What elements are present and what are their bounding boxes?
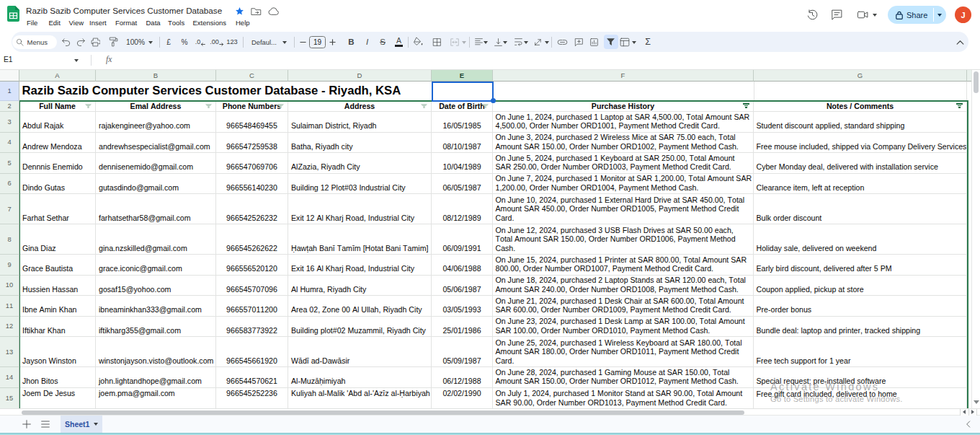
filter-applied-icon[interactable] bbox=[956, 103, 963, 108]
cell-dob[interactable]: 04/06/1988 bbox=[432, 255, 493, 276]
format-currency-button[interactable]: £ bbox=[164, 32, 174, 52]
cell-phone[interactable]: 966545661920 bbox=[216, 337, 288, 367]
cell-purchase-history[interactable]: On June 25, 2024, purchased 1 Wireless K… bbox=[493, 337, 754, 367]
redo-button[interactable] bbox=[75, 32, 86, 52]
create-filter-button[interactable] bbox=[605, 32, 618, 52]
cell-notes[interactable]: Holiday sale, delivered on weekend bbox=[754, 224, 967, 255]
column-header-d[interactable]: D bbox=[288, 70, 432, 82]
cell-address[interactable]: Building 12 Plot#03 Industrial City bbox=[288, 174, 432, 195]
cell-full-name[interactable]: Abdul Rajak bbox=[19, 112, 96, 133]
cell-address[interactable]: Sulaiman District, Riyadh bbox=[288, 112, 432, 133]
zoom-control[interactable]: 100% bbox=[125, 32, 146, 52]
cell-dob[interactable]: 16/05/1985 bbox=[432, 112, 493, 133]
decrease-font-size-button[interactable] bbox=[298, 32, 307, 52]
name-box-caret-icon[interactable] bbox=[74, 59, 79, 62]
cell-dob[interactable]: 06/12/1988 bbox=[432, 367, 493, 388]
cell-notes[interactable]: Cyber Monday deal, delivered with instal… bbox=[754, 153, 967, 174]
increase-decimals-button[interactable]: .00 bbox=[210, 32, 224, 52]
row-header-2[interactable]: 2 bbox=[0, 101, 19, 113]
paint-format-icon[interactable] bbox=[107, 32, 120, 52]
row-header[interactable]: 13 bbox=[0, 337, 19, 367]
strikethrough-button[interactable]: S bbox=[377, 32, 388, 52]
header-cell-address[interactable]: Address bbox=[288, 101, 432, 113]
cell-phone[interactable]: 966556520120 bbox=[216, 255, 288, 276]
insert-comment-button[interactable] bbox=[573, 32, 585, 52]
cell-address[interactable]: Area 02, Zone 00 Al Ullah, Riyadh City bbox=[288, 296, 432, 317]
column-header-b[interactable]: B bbox=[96, 70, 216, 82]
cell-purchase-history[interactable]: On June 18, 2024, purchased 2 Laptop Sta… bbox=[493, 276, 754, 296]
row-header[interactable]: 15 bbox=[0, 388, 19, 409]
sheet-tab-sheet1[interactable]: Sheet1 bbox=[61, 416, 102, 433]
cell-full-name[interactable]: Jayson Winston bbox=[19, 337, 96, 367]
cell-email[interactable]: rajakengineer@yahoo.com bbox=[96, 112, 216, 133]
cell-notes[interactable]: Coupon applied, pickup at store bbox=[754, 276, 967, 296]
cell-purchase-history[interactable]: On June 23, 2024, purchased 1 Desk Lamp … bbox=[493, 317, 754, 338]
cell-purchase-history[interactable]: On June 12, 2024, purchased 3 USB Flash … bbox=[493, 224, 754, 255]
column-header-c[interactable]: C bbox=[216, 70, 288, 82]
cell-full-name[interactable]: Joem De Jesus bbox=[19, 388, 96, 409]
row-header[interactable]: 12 bbox=[0, 317, 19, 338]
cell-purchase-history[interactable]: On July 1, 2024, purchased 1 Monitor Sta… bbox=[493, 388, 754, 409]
cell-dob[interactable]: 25/01/1986 bbox=[432, 317, 493, 338]
cell-purchase-history[interactable]: On June 15, 2024, purchased 1 Printer at… bbox=[493, 255, 754, 276]
cell-email[interactable]: iftikharg355@gmail.com bbox=[96, 317, 216, 338]
print-icon[interactable] bbox=[90, 32, 102, 52]
cell-notes[interactable]: Early bird discount, delivered after 5 P… bbox=[754, 255, 967, 276]
row-header[interactable]: 9 bbox=[0, 255, 19, 276]
cell-full-name[interactable]: Dindo Gutas bbox=[19, 174, 96, 195]
decrease-decimals-button[interactable]: .0 bbox=[194, 32, 207, 52]
header-cell-full-name[interactable]: Full Name bbox=[19, 101, 96, 113]
cell-notes[interactable]: Free tech support for 1 year bbox=[754, 337, 967, 367]
cell-purchase-history[interactable]: On June 21, 2024, purchased 1 Desk Chair… bbox=[493, 296, 754, 317]
cell-purchase-history[interactable]: On June 1, 2024, purchased 1 Laptop at S… bbox=[493, 112, 754, 133]
collapse-toolbar-button[interactable] bbox=[953, 32, 967, 52]
filter-button-icon[interactable] bbox=[85, 104, 92, 108]
italic-button[interactable]: I bbox=[362, 32, 373, 52]
cell-email[interactable]: john.lightandhope@gmail.com bbox=[96, 367, 216, 388]
cell-purchase-history[interactable]: On June 10, 2024, purchased 1 External H… bbox=[493, 194, 754, 224]
cell-dob[interactable]: 05/06/1987 bbox=[432, 276, 493, 296]
row-header[interactable]: 14 bbox=[0, 367, 19, 388]
cell-full-name[interactable]: Dennnis Enemido bbox=[19, 153, 96, 174]
cell-purchase-history[interactable]: On June 5, 2024, purchased 1 Keyboard at… bbox=[493, 153, 754, 174]
cell-purchase-history[interactable]: On June 3, 2024, purchased 2 Wireless Mi… bbox=[493, 133, 754, 154]
header-cell-purchase-history[interactable]: Purchase History bbox=[493, 101, 754, 113]
cell-notes[interactable]: Clearance item, left at reception bbox=[754, 174, 967, 195]
filter-button-icon[interactable] bbox=[277, 104, 284, 108]
cell-phone[interactable]: 966556140230 bbox=[216, 174, 288, 195]
cell-purchase-history[interactable]: On June 7, 2024, purchased 1 Monitor at … bbox=[493, 174, 754, 195]
cell-phone[interactable]: 966557011200 bbox=[216, 296, 288, 317]
cell-full-name[interactable]: Ibne Amin Khan bbox=[19, 296, 96, 317]
cell-dob[interactable]: 08/10/1987 bbox=[432, 133, 493, 154]
cell-dob[interactable]: 05/09/1987 bbox=[432, 337, 493, 367]
insert-chart-button[interactable] bbox=[588, 32, 600, 52]
cell-address[interactable]: Al Humra, Riyadh City bbox=[288, 276, 432, 296]
horizontal-scrollbar[interactable] bbox=[0, 408, 980, 416]
comment-history-icon[interactable] bbox=[831, 9, 843, 21]
cell-purchase-history[interactable]: On June 28, 2024, purchased 1 Gaming Mou… bbox=[493, 367, 754, 388]
row-header[interactable]: 4 bbox=[0, 133, 19, 154]
text-color-button[interactable]: A bbox=[393, 32, 405, 52]
cell-full-name[interactable]: Andrew Mendoza bbox=[19, 133, 96, 154]
undo-button[interactable] bbox=[61, 32, 72, 52]
increase-font-size-button[interactable] bbox=[328, 32, 337, 52]
filter-button-icon[interactable] bbox=[421, 104, 427, 108]
header-cell-notes[interactable]: Notes / Comments bbox=[754, 101, 967, 113]
cell-phone[interactable]: 966583773922 bbox=[216, 317, 288, 338]
cell-email[interactable]: winstonjayson.visto@outlook.com bbox=[96, 337, 216, 367]
font-size-input[interactable]: 19 bbox=[309, 36, 326, 48]
cell-dob[interactable]: 02/02/1990 bbox=[432, 388, 493, 409]
scroll-right-button[interactable] bbox=[968, 409, 977, 416]
all-sheets-button[interactable] bbox=[40, 418, 51, 430]
cell-email[interactable]: farhatsethar58@gmail.com bbox=[96, 194, 216, 224]
cell-email[interactable]: ibneaminkhan333@gmail.com bbox=[96, 296, 216, 317]
row-header-1[interactable]: 1 bbox=[0, 82, 19, 101]
cell-email[interactable]: andrewhsespecialist@gmail.com bbox=[96, 133, 216, 154]
cell-phone[interactable]: 966545262622 bbox=[216, 224, 288, 255]
column-header-e-selected[interactable]: E bbox=[432, 70, 493, 82]
header-cell-phone[interactable]: Phone Numbers bbox=[216, 101, 288, 113]
cell-email[interactable]: joem.pma@gmail.com bbox=[96, 388, 216, 409]
cell-notes[interactable]: Pre-order bonus bbox=[754, 296, 967, 317]
cell-full-name[interactable]: Gina Diaz bbox=[19, 224, 96, 255]
cell-phone[interactable]: 966545707096 bbox=[216, 276, 288, 296]
